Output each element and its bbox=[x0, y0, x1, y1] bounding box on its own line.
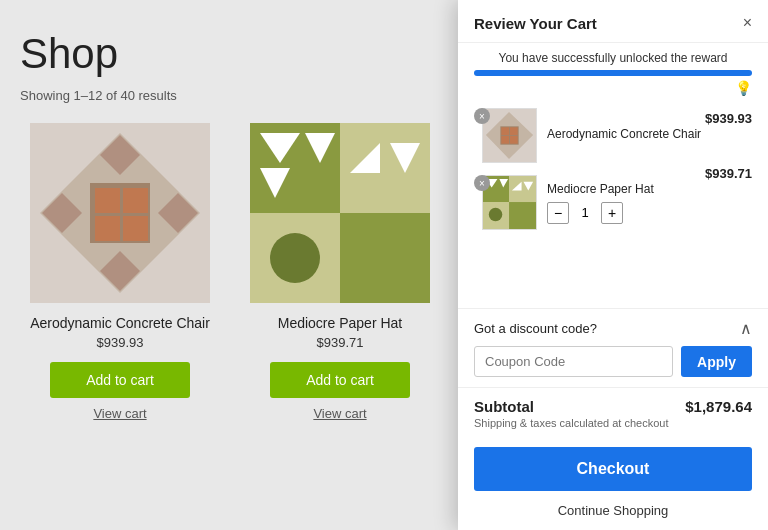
cart-item-details-1: $939.93 Aerodynamic Concrete Chair bbox=[547, 127, 752, 145]
cart-item-price-2: $939.71 bbox=[705, 166, 752, 181]
svg-rect-6 bbox=[123, 216, 148, 241]
svg-rect-28 bbox=[510, 136, 518, 144]
discount-section: Got a discount code? ∧ Apply bbox=[458, 308, 768, 387]
shop-background: Shop Showing 1–12 of 40 results bbox=[0, 0, 460, 530]
coupon-input[interactable] bbox=[474, 346, 673, 377]
cart-item-2: × $939.71 Mediocre Paper Hat bbox=[474, 175, 752, 230]
svg-rect-26 bbox=[510, 127, 518, 135]
product-price-2: $939.71 bbox=[240, 335, 440, 350]
quantity-controls-2: − 1 + bbox=[547, 202, 752, 224]
coupon-row: Apply bbox=[474, 346, 752, 377]
checkout-button[interactable]: Checkout bbox=[474, 447, 752, 491]
cart-item-1: × $939.93 Aerodynamic Concrete Chair bbox=[474, 108, 752, 163]
subtotal-amount: $1,879.64 bbox=[685, 398, 752, 415]
view-cart-link-1[interactable]: View cart bbox=[20, 406, 220, 421]
shop-title: Shop bbox=[20, 30, 440, 78]
cart-panel: Review Your Cart × You have successfully… bbox=[458, 0, 768, 530]
svg-point-19 bbox=[270, 233, 320, 283]
svg-rect-31 bbox=[509, 202, 536, 229]
cart-item-name-2: Mediocre Paper Hat bbox=[547, 182, 752, 196]
svg-rect-13 bbox=[340, 213, 430, 303]
apply-button[interactable]: Apply bbox=[681, 346, 752, 377]
product-name-2: Mediocre Paper Hat bbox=[240, 315, 440, 331]
product-card-2: Mediocre Paper Hat $939.71 Add to cart V… bbox=[240, 123, 440, 421]
view-cart-link-2[interactable]: View cart bbox=[240, 406, 440, 421]
add-to-cart-button-1[interactable]: Add to cart bbox=[50, 362, 190, 398]
svg-point-36 bbox=[489, 208, 502, 221]
cart-items: × $939.93 Aerodynamic Concrete Chair × bbox=[458, 100, 768, 308]
subtotal-section: Subtotal $1,879.64 Shipping & taxes calc… bbox=[458, 387, 768, 439]
product-price-1: $939.93 bbox=[20, 335, 220, 350]
reward-banner: You have successfully unlocked the rewar… bbox=[458, 43, 768, 100]
cart-header: Review Your Cart × bbox=[458, 0, 768, 43]
cart-item-name-1: Aerodynamic Concrete Chair bbox=[547, 127, 752, 141]
svg-rect-5 bbox=[95, 216, 120, 241]
svg-rect-32 bbox=[509, 176, 536, 202]
subtotal-label: Subtotal bbox=[474, 398, 534, 415]
discount-label: Got a discount code? bbox=[474, 321, 597, 336]
svg-rect-25 bbox=[501, 127, 509, 135]
cart-title: Review Your Cart bbox=[474, 15, 597, 32]
discount-header[interactable]: Got a discount code? ∧ bbox=[474, 319, 752, 338]
quantity-value-2: 1 bbox=[577, 205, 593, 220]
reward-icon-row: 💡 bbox=[474, 80, 752, 96]
continue-shopping[interactable]: Continue Shopping bbox=[458, 499, 768, 530]
products-grid: Aerodynamic Concrete Chair $939.93 Add t… bbox=[20, 123, 440, 421]
chevron-up-icon: ∧ bbox=[740, 319, 752, 338]
svg-rect-3 bbox=[95, 188, 120, 213]
product-image-1 bbox=[30, 123, 210, 303]
shop-results: Showing 1–12 of 40 results bbox=[20, 88, 440, 103]
remove-item-2[interactable]: × bbox=[474, 175, 490, 191]
remove-item-1[interactable]: × bbox=[474, 108, 490, 124]
quantity-increase-2[interactable]: + bbox=[601, 202, 623, 224]
product-name-1: Aerodynamic Concrete Chair bbox=[20, 315, 220, 331]
cart-item-price-1: $939.93 bbox=[705, 111, 752, 126]
product-image-2 bbox=[250, 123, 430, 303]
reward-progress-bar bbox=[474, 70, 752, 76]
shipping-note: Shipping & taxes calculated at checkout bbox=[474, 417, 752, 429]
close-icon[interactable]: × bbox=[743, 14, 752, 32]
cart-item-thumb-2 bbox=[482, 175, 537, 230]
svg-rect-4 bbox=[123, 188, 148, 213]
svg-rect-27 bbox=[501, 136, 509, 144]
cart-item-thumb-1 bbox=[482, 108, 537, 163]
cart-item-details-2: $939.71 Mediocre Paper Hat − 1 + bbox=[547, 182, 752, 224]
subtotal-row: Subtotal $1,879.64 bbox=[474, 398, 752, 415]
reward-text: You have successfully unlocked the rewar… bbox=[474, 51, 752, 65]
product-card-1: Aerodynamic Concrete Chair $939.93 Add t… bbox=[20, 123, 220, 421]
svg-rect-14 bbox=[340, 123, 430, 213]
quantity-decrease-2[interactable]: − bbox=[547, 202, 569, 224]
add-to-cart-button-2[interactable]: Add to cart bbox=[270, 362, 410, 398]
